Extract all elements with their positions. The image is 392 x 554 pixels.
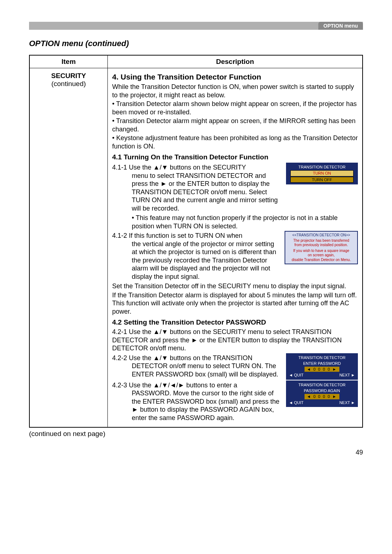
ui2-line3: If you wish to have a square image xyxy=(287,249,356,253)
ui2-line1: The projector has been transferred xyxy=(287,239,356,243)
para-4-2-1: 4.2-1 Use the ▲/▼ buttons on the SECURIT… xyxy=(112,328,358,353)
ui3-quit: ◄ QUIT xyxy=(289,372,303,378)
para-4-1-post1: Set the Transition Detector off in the S… xyxy=(112,282,358,290)
para-4-2-3: 4.2-3 Use the ▲/▼/◄/► buttons to enter a… xyxy=(112,381,282,422)
ui4-password: ◄ 0 0 0 0 ► xyxy=(305,394,339,399)
content-table: Item Description SECURITY (continued) 4.… xyxy=(29,55,363,428)
para-4-1-1: 4.1-1 Use the ▲/▼ buttons on the SECURIT… xyxy=(112,163,282,212)
para-4-1-1-rest: menu to select TRANSITION DETECTOR and p… xyxy=(112,172,282,213)
para-4-2-2: 4.2-2 Use the ▲/▼ buttons on the TRANSIT… xyxy=(112,354,282,379)
para-4a: While the Transition Detector function i… xyxy=(112,83,358,99)
ui3-next: NEXT ► xyxy=(339,372,355,378)
page-number: 49 xyxy=(29,449,363,456)
item-cell: SECURITY (continued) xyxy=(29,68,108,428)
heading-4: 4. Using the Transition Detector Functio… xyxy=(112,73,358,81)
ui2-line2: from previously installed position. xyxy=(287,243,356,248)
para-4c: • Transition Detector alarm might appear… xyxy=(112,117,358,133)
ui-transition-detector-menu: TRANSITION DETECTOR TURN ON TURN OFF xyxy=(286,163,358,184)
para-4-1-2-rest: the vertical angle of the projector or m… xyxy=(112,240,281,281)
para-4-2-3-lead: 4.2-3 Use the ▲/▼/◄/► buttons to enter a xyxy=(112,382,237,389)
ui4-sub: PASSWORD AGAIN xyxy=(287,388,356,394)
ui2-line5: disable Transition Detector on Menu. xyxy=(287,258,356,262)
para-4-2-2-rest: DETECTOR on/off menu to select TURN ON. … xyxy=(112,362,282,378)
ui-enter-password: TRANSITION DETECTOR ENTER PASSWORD ◄ 0 0… xyxy=(286,353,358,380)
ui1-turn-off: TURN OFF xyxy=(290,177,354,183)
item-subtitle: (continued) xyxy=(34,80,103,88)
ui3-title: TRANSITION DETECTOR xyxy=(287,355,356,360)
header-bar: OPTION menu xyxy=(29,22,363,30)
description-cell: 4. Using the Transition Detector Functio… xyxy=(108,68,363,428)
ui4-quit: ◄ QUIT xyxy=(289,400,303,405)
ui1-title: TRANSITION DETECTOR xyxy=(287,164,356,170)
para-4-2-3-rest: PASSWORD. Move the cursor to the right s… xyxy=(112,389,282,422)
ui-password-again: TRANSITION DETECTOR PASSWORD AGAIN ◄ 0 0… xyxy=(286,380,358,407)
para-4-1-1-note: • This feature may not function properly… xyxy=(112,214,358,230)
footer-note: (continued on next page) xyxy=(29,430,363,438)
heading-4-2: 4.2 Setting the Transition Detector PASS… xyxy=(112,318,358,326)
ui4-next: NEXT ► xyxy=(339,400,355,405)
col-header-item: Item xyxy=(29,55,108,68)
ui2-title: <<TRANSITION DETECTOR ON>> xyxy=(287,233,356,238)
para-4-2-1-text: 4.2-1 Use the ▲/▼ buttons on the SECURIT… xyxy=(112,328,342,352)
para-4-1-post2: If the Transition Detector alarm is disp… xyxy=(112,291,358,316)
ui3-sub: ENTER PASSWORD xyxy=(287,360,356,366)
para-4d: • Keystone adjustment feature has been p… xyxy=(112,134,358,150)
header-tab: OPTION menu xyxy=(318,22,363,30)
para-4-2-2-lead: 4.2-2 Use the ▲/▼ buttons on the TRANSIT… xyxy=(112,354,252,362)
para-4-1-2-lead: 4.1-2 If this function is set to TURN ON… xyxy=(112,232,242,239)
ui4-title: TRANSITION DETECTOR xyxy=(287,382,356,388)
para-4-1-2: 4.1-2 If this function is set to TURN ON… xyxy=(112,232,281,281)
ui2-line4: on screen again, xyxy=(287,253,356,258)
heading-4-1: 4.1 Turning On the Transition Detector F… xyxy=(112,153,358,161)
ui3-password: ◄ 0 0 0 0 ► xyxy=(305,367,339,372)
ui-transition-alarm: <<TRANSITION DETECTOR ON>> The projector… xyxy=(285,231,358,264)
section-title: OPTION menu (continued) xyxy=(29,39,363,48)
para-4-1-1-lead: 4.1-1 Use the ▲/▼ buttons on the SECURIT… xyxy=(112,164,246,171)
ui1-turn-on: TURN ON xyxy=(290,170,354,176)
item-name: SECURITY xyxy=(34,72,103,80)
col-header-desc: Description xyxy=(108,55,363,68)
para-4b: • Transition Detector alarm shown below … xyxy=(112,100,358,116)
